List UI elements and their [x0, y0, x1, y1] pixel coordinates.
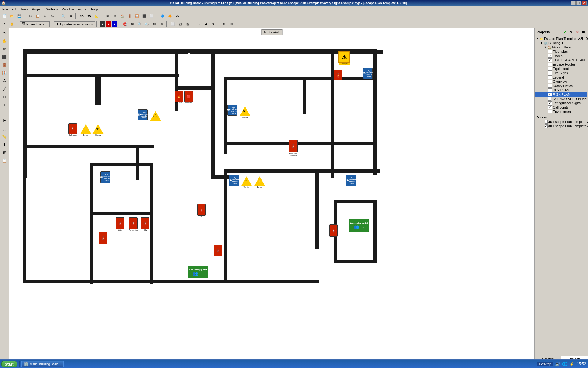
co2-ext-mid[interactable]: 🧯 CO₂ [197, 204, 206, 217]
tree-view-3d[interactable]: 3D Escape Plan Template A3L [536, 124, 587, 128]
wet-chem-ext[interactable]: 🧯 Wet chemical [129, 217, 138, 231]
tree-view-2d[interactable]: 2D Escape Plan Template A3L [536, 120, 587, 124]
layer-btn-2[interactable]: ■ [106, 21, 111, 27]
lt-draw[interactable]: ✏ [1, 45, 8, 53]
layer-checkbox-extinguisher-plan[interactable] [548, 97, 551, 101]
tree-layer-safety-notice[interactable]: Safety Notice [535, 84, 587, 88]
save-button[interactable]: 💾 [16, 13, 23, 20]
view-2d[interactable]: 2D [78, 13, 85, 20]
assembly-point-right[interactable]: Assembly point 👥 → [349, 219, 369, 232]
view-normal[interactable]: ⬜ [169, 21, 176, 28]
tb-icon-5[interactable]: 📐 [93, 13, 100, 20]
menu-settings[interactable]: Settings [44, 7, 60, 12]
eye-protection-frb[interactable]: 👁 Eye protection must be worn [346, 175, 356, 186]
undo-button[interactable]: ↩ [42, 13, 48, 20]
canvas-area[interactable]: Grid on/off [9, 28, 534, 362]
tree-layer-frame[interactable]: Frame [535, 54, 587, 58]
grid-btn-tb[interactable]: ⊞ [129, 21, 136, 28]
tree-layer-risk-plan[interactable]: RISK PLAN [535, 92, 587, 97]
minimize-button[interactable]: _ [571, 1, 576, 5]
tb-icon-8[interactable]: 🏠 [119, 13, 126, 20]
tree-layer-extinguisher-signs[interactable]: Extinguisher Signs [535, 101, 587, 105]
layer-checkbox-call-points[interactable] [548, 105, 552, 109]
layer-checkbox-fire-signs[interactable] [548, 71, 552, 75]
tree-layer-extinguisher-plan[interactable]: EXTINGUISHER PLAN [535, 97, 587, 101]
eye-protection-bm[interactable]: 👁 Eye protection must be worn [229, 175, 239, 186]
tb-icon-9[interactable]: 🚪 [126, 13, 133, 20]
tb-icon-14[interactable]: 🔶 [167, 13, 173, 20]
tree-layer-fire-signs[interactable]: Fire Signs [535, 71, 587, 75]
grid-on-off-button[interactable]: Grid on/off [261, 29, 282, 35]
maximize-button[interactable]: □ [576, 1, 581, 5]
layer-checkbox-key-plan[interactable] [548, 88, 552, 92]
zoom-out[interactable]: 🔍- [144, 21, 150, 28]
projects-collapse-btn[interactable]: ⊞ [581, 29, 586, 35]
fire-ext-right[interactable]: 🧯 Fire fighting equipment [288, 140, 299, 156]
lt-arrow[interactable]: → [1, 109, 8, 117]
lt-door[interactable]: 🚪 [1, 61, 8, 69]
fire-ext-bottom-right[interactable]: 🧯 [329, 224, 338, 237]
dry-powder-ext[interactable]: 🧯 Dry Powder [68, 123, 77, 136]
lt-stair[interactable]: ⬚ [1, 125, 8, 132]
warning-mid-2[interactable]: ☢ Warning [92, 124, 104, 136]
eye-protection-top-right[interactable]: 👁 Eye protection must be worn [363, 68, 373, 79]
start-button[interactable]: Start [1, 361, 17, 367]
layer-checkbox-escape-routes[interactable] [548, 63, 552, 66]
danger-sign-top-right[interactable]: ⚠ Danger [338, 51, 350, 65]
tb-icon-4[interactable]: 🖨 [67, 13, 74, 20]
layer-btn-3[interactable]: ■ [112, 21, 117, 27]
taskbar-app-item[interactable]: 🏢 Visual Building Basic... [21, 361, 64, 367]
tree-layer-fire-escape[interactable]: FIRE ESCAPE PLAN [535, 58, 587, 62]
layer-checkbox-risk-plan[interactable] [548, 93, 552, 96]
lt-pan[interactable]: ✋ [1, 37, 8, 45]
close-button[interactable]: ✕ [582, 1, 587, 5]
layer-checkbox-equipment[interactable] [548, 67, 552, 71]
lt-line[interactable]: ╱ [1, 85, 8, 93]
view-extra[interactable]: ◳ [184, 21, 191, 28]
snap-btn[interactable]: 🧲 [122, 21, 128, 28]
projects-delete-btn[interactable]: ✕ [575, 29, 580, 35]
eye-protection-lb[interactable]: 👁 Eye protection must be worn [100, 171, 110, 183]
layer-checkbox-overview[interactable] [548, 80, 552, 83]
cut-button[interactable]: ✂ [27, 13, 34, 20]
redo-button[interactable]: ↪ [49, 13, 56, 20]
tree-project-root[interactable]: ▼ 📁 Escape Plan Template A3L100 [535, 36, 587, 41]
zoom-in[interactable]: 🔍 [136, 21, 143, 28]
layer-checkbox-fire-escape[interactable] [548, 58, 552, 62]
zoom-fit[interactable]: ⊡ [151, 21, 158, 28]
tree-layer-equipment[interactable]: Equipment [535, 67, 587, 71]
menu-project[interactable]: Project [30, 7, 44, 12]
warning-mid-left[interactable]: ⚠ Warning [150, 111, 161, 118]
layer-checkbox-floor-plan[interactable] [548, 50, 552, 53]
eye-protection-mid[interactable]: 👁 Eye protection must be worn [138, 109, 148, 120]
lt-text[interactable]: A [1, 77, 8, 85]
warning-bm[interactable]: ⚠ Warning [241, 176, 252, 188]
tree-floor-ground[interactable]: ▼ 🏠 Ground floor [535, 45, 587, 49]
view-iso[interactable]: ◱ [177, 21, 183, 28]
danger-bm[interactable]: ⚡ Danger [254, 176, 265, 188]
tree-layer-floor-plan[interactable]: Floor plan [535, 49, 587, 54]
fire-ext-bottom-left[interactable]: 🧯 [99, 232, 107, 244]
rotate-btn[interactable]: ↻ [195, 21, 202, 28]
co2-ext-bottom[interactable]: 🧯 [214, 245, 222, 256]
lt-wall[interactable]: ⬛ [1, 53, 8, 61]
desktop-label[interactable]: Desktop [537, 362, 553, 366]
tree-layer-environment[interactable]: Environment [535, 109, 587, 114]
lt-circle[interactable]: ○ [1, 101, 8, 109]
menu-view[interactable]: View [19, 7, 30, 12]
fire-ext-top[interactable]: 🧯 [334, 70, 342, 80]
copy-button[interactable]: 📋 [34, 13, 41, 20]
lt-extra1[interactable]: ⊞ [1, 149, 8, 156]
layer-checkbox-frame[interactable] [548, 54, 552, 58]
tb-icon-10[interactable]: 🪟 [134, 13, 140, 20]
new-button[interactable]: 📄 [1, 13, 8, 20]
lt-extra2[interactable]: 📋 [1, 157, 8, 164]
menu-file[interactable]: File [1, 7, 10, 12]
assembly-point-bottom[interactable]: Assembly point 👥 → [188, 266, 208, 278]
lt-select[interactable]: ↖ [1, 29, 8, 37]
tree-building-1[interactable]: ▼ 🏢 Building 1 [535, 41, 587, 45]
menu-edit[interactable]: Edit [10, 7, 19, 12]
fire-alarm-2[interactable]: 🔴 Fire alarm [184, 91, 193, 104]
tb-icon-7[interactable]: ⊟ [111, 13, 118, 20]
projects-check-btn[interactable]: ✓ [562, 29, 568, 35]
